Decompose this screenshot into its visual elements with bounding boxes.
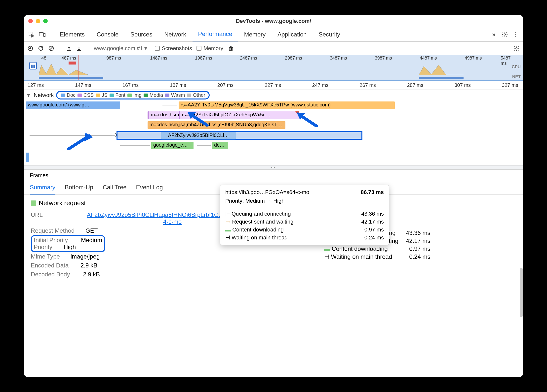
titlebar: DevTools - www.google.com/: [24, 15, 523, 27]
request-bar[interactable]: des…: [212, 142, 228, 149]
annotation-arrow-icon: [297, 112, 319, 127]
memory-checkbox[interactable]: Memory: [196, 45, 223, 52]
subtab-event-log[interactable]: Event Log: [136, 184, 163, 195]
net-bar-2: [419, 77, 464, 79]
cpu-label: CPU: [512, 65, 521, 69]
main-tabs: Elements Console Sources Network Perform…: [24, 27, 523, 42]
subtab-summary[interactable]: Summary: [30, 184, 55, 195]
tab-elements[interactable]: Elements: [54, 27, 90, 41]
annotation-arrow-icon: [67, 133, 94, 150]
perf-settings-gear-icon[interactable]: [513, 45, 520, 52]
page-select[interactable]: www.google.com #1 ▾: [94, 45, 149, 52]
request-method-value: GET: [85, 227, 98, 234]
maximize-button[interactable]: [43, 19, 48, 23]
record-button[interactable]: [27, 45, 33, 51]
mime-type-value: image/jpeg: [71, 253, 100, 260]
tab-application[interactable]: Application: [272, 27, 312, 41]
window-title: DevTools - www.google.com/: [24, 18, 523, 24]
tooltip-total: 86.73 ms: [361, 189, 384, 196]
tab-memory[interactable]: Memory: [239, 27, 271, 41]
download-button[interactable]: [76, 46, 82, 51]
reload-button[interactable]: [38, 45, 44, 51]
detailed-ruler[interactable]: 127 ms 147 ms 167 ms 187 ms 207 ms 227 m…: [24, 81, 523, 90]
tooltip-priority: Priority: Medium → High: [225, 196, 384, 206]
timeline-overview[interactable]: 48 487 ms 987 ms 1487 ms 1987 ms 2487 ms…: [24, 55, 523, 81]
tab-console[interactable]: Console: [91, 27, 124, 41]
chevron-down-icon: ▾: [144, 45, 147, 52]
network-tracks[interactable]: www.google.com/ (www.g… rs=AA2YrTv0taM5q…: [26, 100, 521, 163]
frames-section[interactable]: Frames: [24, 170, 523, 181]
pause-button[interactable]: ▮▮: [29, 62, 37, 69]
svg-rect-1: [39, 33, 43, 36]
request-bar[interactable]: googlelogo_c…: [151, 142, 194, 149]
subtab-call-tree[interactable]: Call Tree: [103, 184, 126, 195]
cpu-chart-2: [419, 63, 464, 75]
pane-divider[interactable]: ⋯: [24, 165, 523, 170]
tab-sources[interactable]: Sources: [125, 27, 158, 41]
priority-highlight: Initial PriorityMedium PriorityHigh: [31, 235, 105, 252]
encoded-data-value: 2.9 kB: [80, 262, 97, 269]
net-label: NET: [512, 74, 521, 79]
inspect-icon[interactable]: [26, 31, 36, 38]
device-toggle-icon[interactable]: [37, 32, 47, 37]
initial-priority-value: Medium: [81, 237, 102, 244]
svg-point-3: [504, 33, 506, 35]
request-bar[interactable]: m=cdos,hsm,jsa,mb4ZUb,d,csi,cEt90b,SNUn3…: [148, 121, 285, 129]
svg-point-12: [516, 47, 517, 49]
request-bar[interactable]: rs=AA2YrTv0taM5qVgw38gU_15kX9WFXe5TPw (w…: [179, 101, 395, 109]
svg-line-7: [50, 47, 53, 50]
collapse-icon[interactable]: ▼: [26, 92, 31, 98]
page-select-value: www.google.com #1: [94, 45, 143, 52]
network-header: Network: [34, 92, 54, 98]
perf-toolbar: www.google.com #1 ▾ Screenshots Memory: [24, 42, 523, 55]
annotation-arrow-icon: [187, 112, 210, 127]
subtab-bottom-up[interactable]: Bottom-Up: [65, 184, 93, 195]
screenshots-checkbox[interactable]: Screenshots: [155, 45, 192, 52]
tab-network[interactable]: Network: [159, 27, 192, 41]
network-legend: Doc CSS JS Font Img Media Wasm Other: [56, 91, 210, 99]
svg-point-5: [29, 47, 31, 49]
resource-color-swatch: [31, 200, 36, 206]
devtools-window: DevTools - www.google.com/ Elements Cons…: [24, 15, 523, 377]
close-button[interactable]: [28, 19, 33, 23]
upload-button[interactable]: [66, 46, 72, 51]
tab-performance[interactable]: Performance: [193, 27, 237, 41]
garbage-collect-icon[interactable]: [228, 45, 234, 51]
request-bar[interactable]: www.google.com/ (www.g…: [26, 101, 120, 109]
svg-rect-2: [44, 33, 45, 36]
selected-request-bar[interactable]: [117, 131, 362, 140]
more-tabs-icon[interactable]: »: [489, 31, 499, 38]
tooltip-title: https://lh3.goo…FGxOA=s64-c-mo: [225, 189, 309, 196]
scrollbar[interactable]: [520, 268, 523, 317]
kebab-menu-icon[interactable]: ⋮: [511, 31, 521, 38]
request-tooltip: https://lh3.goo…FGxOA=s64-c-mo86.73 ms P…: [220, 185, 389, 245]
network-panel: ▼ Network Doc CSS JS Font Img Media Wasm…: [24, 90, 523, 165]
priority-value: High: [64, 244, 76, 251]
clear-button[interactable]: [48, 45, 54, 51]
traffic-lights: [28, 19, 48, 23]
net-bar-1: [39, 77, 103, 79]
decoded-body-value: 2.9 kB: [83, 271, 100, 278]
settings-gear-icon[interactable]: [500, 31, 510, 38]
tab-security[interactable]: Security: [313, 27, 346, 41]
minimize-button[interactable]: [36, 19, 40, 23]
